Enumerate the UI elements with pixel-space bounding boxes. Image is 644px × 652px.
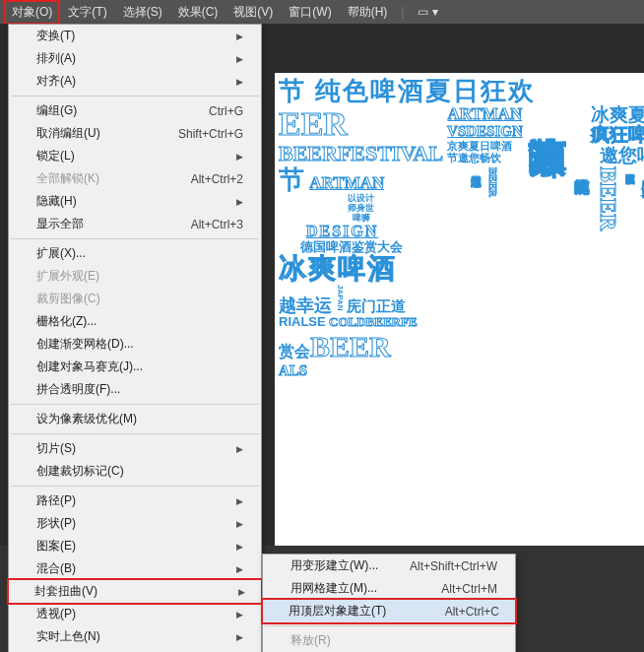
object-menu-item-21[interactable]: 切片(S)▶ [9,437,261,460]
submenu-arrow-icon: ▶ [238,587,245,597]
object-menu-item-11[interactable]: 扩展(X)... [9,242,261,265]
object-menu-item-0[interactable]: 变换(T)▶ [9,25,261,47]
menu-item-label: 混合(B) [36,560,76,577]
object-menu-item-30[interactable]: 实时上色(N)▶ [9,625,261,648]
menu-item-label: 拼合透明度(F)... [36,381,120,398]
object-menu-item-16[interactable]: 创建对象马赛克(J)... [9,356,261,378]
menubar-item-help[interactable]: 帮助(H) [340,0,396,25]
menu-item-label: 路径(P) [36,492,76,509]
menu-separator [11,96,259,97]
menu-item-label: 实时上色(N) [36,628,100,645]
object-menu-item-27[interactable]: 混合(B)▶ [9,557,261,580]
menu-item-shortcut: Alt+Ctrl+M [441,582,497,596]
submenu-arrow-icon: ▶ [236,542,243,552]
menu-item-shortcut: Alt+Ctrl+3 [191,218,243,231]
menu-item-label: 编组(G) [36,102,77,119]
menubar-item-select[interactable]: 选择(S) [115,0,170,25]
menubar-item-effect[interactable]: 效果(C) [170,0,226,25]
menubar-item-type[interactable]: 文字(T) [60,0,114,25]
menu-item-label: 透视(P) [36,606,76,622]
menu-item-shortcut: Alt+Shift+Ctrl+W [410,559,497,573]
object-menu-item-6[interactable]: 锁定(L)▶ [9,145,261,167]
menu-item-label: 栅格化(Z)... [36,313,97,330]
menu-separator [11,486,259,487]
submenu-arrow-icon: ▶ [236,152,243,162]
menubar-item-view[interactable]: 视图(V) [225,0,281,25]
menu-item-label: 锁定(L) [36,148,75,164]
object-menu-item-17[interactable]: 拼合透明度(F)... [9,378,261,401]
menu-item-shortcut: Shift+Ctrl+G [178,127,243,141]
menu-item-shortcut: Ctrl+G [209,104,243,118]
menu-separator [11,238,259,239]
menubar-separator: | [401,5,404,19]
menu-item-label: 扩展外观(E) [36,268,99,285]
object-menu: 变换(T)▶排列(A)▶对齐(A)▶编组(G)Ctrl+G取消编组(U)Shif… [8,24,262,652]
object-menu-item-13: 裁剪图像(C) [9,288,261,310]
submenu-arrow-icon: ▶ [236,54,243,64]
envelope-submenu-item-1[interactable]: 用网格建立(M)...Alt+Ctrl+M [263,577,515,600]
menu-item-label: 扩展(X)... [36,245,86,262]
submenu-arrow-icon: ▶ [236,444,243,454]
menu-item-shortcut: Alt+Ctrl+2 [191,172,243,186]
menu-item-label: 创建裁切标记(C) [36,463,124,480]
menu-item-label: 排列(A) [36,50,76,67]
object-menu-item-25[interactable]: 形状(P)▶ [9,512,261,535]
object-menu-item-2[interactable]: 对齐(A)▶ [9,70,261,93]
menu-item-label: 变换(T) [36,28,75,44]
menu-item-label: 创建对象马赛克(J)... [36,359,143,375]
menu-item-label: 创建渐变网格(D)... [36,336,134,353]
menu-item-label: 隐藏(H) [36,193,77,210]
submenu-arrow-icon: ▶ [236,519,243,529]
art-text: 节 纯色啤酒夏日狂欢 [279,77,640,105]
menu-separator [11,404,259,405]
object-menu-item-28[interactable]: 封套扭曲(V)▶ [7,578,263,605]
object-menu-item-8[interactable]: 隐藏(H)▶ [9,190,261,213]
menu-item-label: 对齐(A) [36,73,76,90]
menu-item-label: 形状(P) [36,515,76,532]
object-menu-item-19[interactable]: 设为像素级优化(M) [9,408,261,430]
object-menu-item-31[interactable]: 图像描摹▶ [9,648,261,652]
menu-item-label: 裁剪图像(C) [36,291,100,307]
menu-item-label: 图案(E) [36,538,76,554]
envelope-submenu-item-4: 释放(R) [263,629,515,652]
menu-item-label: 设为像素级优化(M) [36,411,137,427]
menubar-workspace-icon[interactable]: ▭ ▾ [410,1,445,23]
menu-item-label: 切片(S) [36,440,76,457]
menubar-item-window[interactable]: 窗口(W) [281,0,339,25]
submenu-arrow-icon: ▶ [236,564,243,574]
envelope-distort-submenu: 用变形建立(W)...Alt+Shift+Ctrl+W用网格建立(M)...Al… [262,554,516,652]
artboard: 节 纯色啤酒夏日狂欢 EER BEERFESTIVAL 节 ARTMAN 以设计… [275,73,644,546]
object-menu-item-4[interactable]: 编组(G)Ctrl+G [9,99,261,122]
menubar: 对象(O) 文字(T) 选择(S) 效果(C) 视图(V) 窗口(W) 帮助(H… [0,0,644,24]
envelope-submenu-item-2[interactable]: 用顶层对象建立(T)Alt+Ctrl+C [261,598,517,624]
object-menu-item-22[interactable]: 创建裁切标记(C) [9,460,261,483]
object-menu-item-9[interactable]: 显示全部Alt+Ctrl+3 [9,213,261,235]
submenu-arrow-icon: ▶ [236,77,243,87]
menu-separator [265,625,513,626]
submenu-arrow-icon: ▶ [236,32,243,41]
submenu-arrow-icon: ▶ [236,496,243,506]
menu-item-label: 封套扭曲(V) [34,583,97,600]
submenu-arrow-icon: ▶ [236,197,243,207]
menu-separator [11,433,259,434]
object-menu-item-1[interactable]: 排列(A)▶ [9,47,261,70]
menubar-item-object[interactable]: 对象(O) [4,0,60,25]
menu-item-label: 释放(R) [290,632,331,649]
menu-item-shortcut: Alt+Ctrl+C [445,605,499,619]
object-menu-item-14[interactable]: 栅格化(Z)... [9,310,261,333]
menu-item-label: 取消编组(U) [36,125,100,142]
object-menu-item-12: 扩展外观(E) [9,265,261,288]
object-menu-item-7: 全部解锁(K)Alt+Ctrl+2 [9,167,261,190]
object-menu-item-15[interactable]: 创建渐变网格(D)... [9,333,261,356]
menu-item-label: 用变形建立(W)... [290,557,378,574]
object-menu-item-24[interactable]: 路径(P)▶ [9,489,261,512]
menu-item-label: 用网格建立(M)... [290,580,377,597]
submenu-arrow-icon: ▶ [236,632,243,642]
object-menu-item-5[interactable]: 取消编组(U)Shift+Ctrl+G [9,122,261,145]
menu-item-label: 全部解锁(K) [36,170,99,187]
submenu-arrow-icon: ▶ [236,610,243,619]
object-menu-item-26[interactable]: 图案(E)▶ [9,535,261,557]
menu-item-label: 用顶层对象建立(T) [289,603,386,619]
object-menu-item-29[interactable]: 透视(P)▶ [9,603,261,625]
envelope-submenu-item-0[interactable]: 用变形建立(W)...Alt+Shift+Ctrl+W [263,554,515,577]
